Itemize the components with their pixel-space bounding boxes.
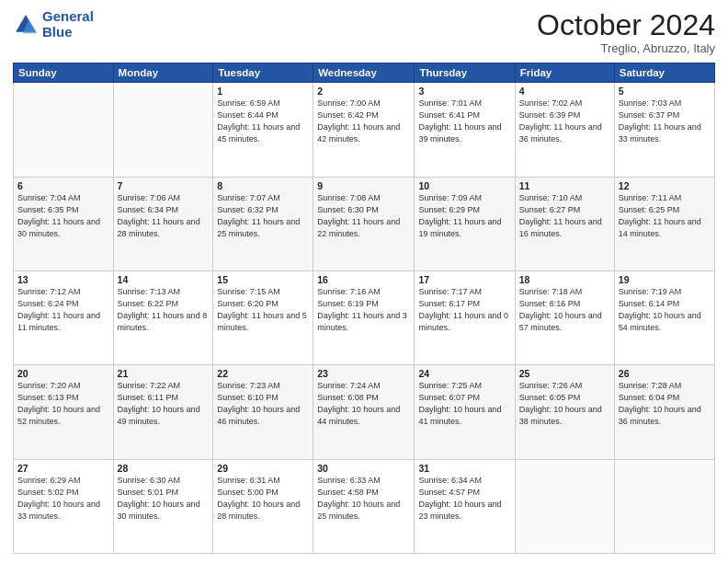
location: Treglio, Abruzzo, Italy — [537, 41, 715, 55]
day-number: 24 — [418, 368, 510, 379]
day-number: 2 — [317, 86, 410, 97]
table-row: 10Sunrise: 7:09 AM Sunset: 6:29 PM Dayli… — [415, 177, 515, 270]
calendar-table: Sunday Monday Tuesday Wednesday Thursday… — [13, 63, 715, 554]
table-row: 27Sunrise: 6:29 AM Sunset: 5:02 PM Dayli… — [14, 459, 114, 553]
calendar-week-4: 20Sunrise: 7:20 AM Sunset: 6:13 PM Dayli… — [14, 365, 715, 459]
logo-text: General Blue — [42, 9, 94, 40]
table-row: 23Sunrise: 7:24 AM Sunset: 6:08 PM Dayli… — [313, 365, 415, 459]
table-row: 2Sunrise: 7:00 AM Sunset: 6:42 PM Daylig… — [313, 83, 415, 177]
table-row: 16Sunrise: 7:16 AM Sunset: 6:19 PM Dayli… — [313, 270, 415, 364]
month-title: October 2024 — [537, 9, 715, 41]
day-info: Sunrise: 7:03 AM Sunset: 6:37 PM Dayligh… — [619, 98, 711, 145]
day-number: 30 — [317, 463, 410, 474]
table-row: 11Sunrise: 7:10 AM Sunset: 6:27 PM Dayli… — [515, 177, 614, 270]
table-row: 24Sunrise: 7:25 AM Sunset: 6:07 PM Dayli… — [415, 365, 515, 459]
day-number: 22 — [217, 368, 309, 379]
day-number: 5 — [619, 86, 711, 97]
day-number: 27 — [17, 463, 109, 474]
logo-icon — [13, 12, 39, 38]
day-info: Sunrise: 7:00 AM Sunset: 6:42 PM Dayligh… — [317, 98, 410, 145]
table-row: 9Sunrise: 7:08 AM Sunset: 6:30 PM Daylig… — [313, 177, 415, 270]
day-info: Sunrise: 7:02 AM Sunset: 6:39 PM Dayligh… — [519, 98, 610, 145]
table-row: 18Sunrise: 7:18 AM Sunset: 6:16 PM Dayli… — [515, 270, 614, 364]
table-row: 30Sunrise: 6:33 AM Sunset: 4:58 PM Dayli… — [313, 459, 415, 553]
day-number: 23 — [317, 368, 410, 379]
table-row: 5Sunrise: 7:03 AM Sunset: 6:37 PM Daylig… — [614, 83, 714, 177]
col-sunday: Sunday — [14, 63, 114, 83]
day-info: Sunrise: 7:06 AM Sunset: 6:34 PM Dayligh… — [118, 192, 210, 240]
col-monday: Monday — [113, 63, 213, 83]
table-row: 26Sunrise: 7:28 AM Sunset: 6:04 PM Dayli… — [614, 365, 714, 459]
table-row: 19Sunrise: 7:19 AM Sunset: 6:14 PM Dayli… — [614, 270, 714, 364]
day-info: Sunrise: 7:22 AM Sunset: 6:11 PM Dayligh… — [118, 380, 210, 428]
day-number: 26 — [619, 368, 711, 379]
day-info: Sunrise: 7:18 AM Sunset: 6:16 PM Dayligh… — [519, 286, 610, 334]
logo: General Blue — [13, 9, 94, 40]
table-row: 6Sunrise: 7:04 AM Sunset: 6:35 PM Daylig… — [14, 177, 114, 270]
day-number: 14 — [118, 274, 210, 285]
col-friday: Friday — [515, 63, 614, 83]
day-number: 10 — [418, 180, 510, 191]
day-info: Sunrise: 7:20 AM Sunset: 6:13 PM Dayligh… — [17, 380, 109, 428]
day-info: Sunrise: 7:09 AM Sunset: 6:29 PM Dayligh… — [418, 192, 510, 240]
table-row: 17Sunrise: 7:17 AM Sunset: 6:17 PM Dayli… — [415, 270, 515, 364]
calendar-week-1: 1Sunrise: 6:59 AM Sunset: 6:44 PM Daylig… — [14, 83, 715, 177]
table-row: 14Sunrise: 7:13 AM Sunset: 6:22 PM Dayli… — [113, 270, 213, 364]
table-row: 13Sunrise: 7:12 AM Sunset: 6:24 PM Dayli… — [14, 270, 114, 364]
logo-line2: Blue — [42, 24, 73, 40]
day-info: Sunrise: 7:10 AM Sunset: 6:27 PM Dayligh… — [519, 192, 610, 240]
day-number: 7 — [118, 180, 210, 191]
day-info: Sunrise: 6:59 AM Sunset: 6:44 PM Dayligh… — [217, 98, 309, 145]
day-info: Sunrise: 7:12 AM Sunset: 6:24 PM Dayligh… — [17, 286, 109, 334]
day-number: 16 — [317, 274, 410, 285]
col-tuesday: Tuesday — [213, 63, 313, 83]
calendar-week-5: 27Sunrise: 6:29 AM Sunset: 5:02 PM Dayli… — [14, 459, 715, 553]
table-row — [14, 83, 114, 177]
day-info: Sunrise: 7:15 AM Sunset: 6:20 PM Dayligh… — [217, 286, 309, 334]
table-row: 21Sunrise: 7:22 AM Sunset: 6:11 PM Dayli… — [113, 365, 213, 459]
day-info: Sunrise: 7:08 AM Sunset: 6:30 PM Dayligh… — [317, 192, 410, 240]
day-number: 25 — [519, 368, 610, 379]
table-row: 20Sunrise: 7:20 AM Sunset: 6:13 PM Dayli… — [14, 365, 114, 459]
day-number: 17 — [418, 274, 510, 285]
table-row: 22Sunrise: 7:23 AM Sunset: 6:10 PM Dayli… — [213, 365, 313, 459]
header: General Blue October 2024 Treglio, Abruz… — [13, 9, 715, 55]
table-row: 15Sunrise: 7:15 AM Sunset: 6:20 PM Dayli… — [213, 270, 313, 364]
table-row — [614, 459, 714, 553]
day-info: Sunrise: 7:25 AM Sunset: 6:07 PM Dayligh… — [418, 380, 510, 428]
table-row: 1Sunrise: 6:59 AM Sunset: 6:44 PM Daylig… — [213, 83, 313, 177]
day-info: Sunrise: 7:23 AM Sunset: 6:10 PM Dayligh… — [217, 380, 309, 428]
day-info: Sunrise: 7:26 AM Sunset: 6:05 PM Dayligh… — [519, 380, 610, 428]
day-info: Sunrise: 7:11 AM Sunset: 6:25 PM Dayligh… — [619, 192, 711, 240]
day-number: 4 — [519, 86, 610, 97]
calendar-week-2: 6Sunrise: 7:04 AM Sunset: 6:35 PM Daylig… — [14, 177, 715, 270]
day-number: 31 — [418, 463, 510, 474]
table-row: 8Sunrise: 7:07 AM Sunset: 6:32 PM Daylig… — [213, 177, 313, 270]
day-info: Sunrise: 6:29 AM Sunset: 5:02 PM Dayligh… — [17, 475, 109, 523]
title-block: October 2024 Treglio, Abruzzo, Italy — [537, 9, 715, 55]
table-row — [113, 83, 213, 177]
day-info: Sunrise: 7:01 AM Sunset: 6:41 PM Dayligh… — [418, 98, 510, 145]
day-number: 20 — [17, 368, 109, 379]
table-row: 4Sunrise: 7:02 AM Sunset: 6:39 PM Daylig… — [515, 83, 614, 177]
day-number: 12 — [619, 180, 711, 191]
table-row: 28Sunrise: 6:30 AM Sunset: 5:01 PM Dayli… — [113, 459, 213, 553]
logo-line1: General — [42, 8, 94, 24]
day-number: 9 — [317, 180, 410, 191]
day-number: 18 — [519, 274, 610, 285]
table-row: 3Sunrise: 7:01 AM Sunset: 6:41 PM Daylig… — [415, 83, 515, 177]
calendar-header-row: Sunday Monday Tuesday Wednesday Thursday… — [14, 63, 715, 83]
day-info: Sunrise: 6:30 AM Sunset: 5:01 PM Dayligh… — [118, 475, 210, 523]
calendar-week-3: 13Sunrise: 7:12 AM Sunset: 6:24 PM Dayli… — [14, 270, 715, 364]
day-number: 21 — [118, 368, 210, 379]
day-number: 6 — [17, 180, 109, 191]
day-info: Sunrise: 6:31 AM Sunset: 5:00 PM Dayligh… — [217, 475, 309, 523]
day-number: 19 — [619, 274, 711, 285]
table-row — [515, 459, 614, 553]
table-row: 29Sunrise: 6:31 AM Sunset: 5:00 PM Dayli… — [213, 459, 313, 553]
table-row: 7Sunrise: 7:06 AM Sunset: 6:34 PM Daylig… — [113, 177, 213, 270]
day-number: 11 — [519, 180, 610, 191]
day-number: 3 — [418, 86, 510, 97]
day-number: 13 — [17, 274, 109, 285]
day-info: Sunrise: 6:33 AM Sunset: 4:58 PM Dayligh… — [317, 475, 410, 523]
